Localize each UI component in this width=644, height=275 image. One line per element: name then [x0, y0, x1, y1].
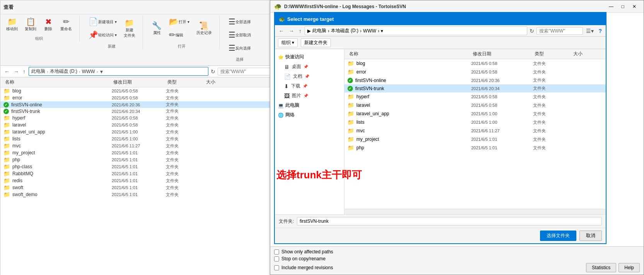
file-name-text: firstSVN-trunk [11, 109, 40, 114]
list-item[interactable]: 📁 hyperf 2021/6/5 0:58 文件夹 [0, 114, 274, 121]
file-name: 📁 mvc [348, 128, 471, 134]
list-item[interactable]: 📁 mvc 2021/6/6 11:27 文件夹 [344, 126, 606, 135]
dialog-search-input[interactable] [537, 27, 583, 35]
list-item[interactable]: 📁 php-class 2021/6/5 1:01 文件夹 [0, 163, 274, 170]
list-item[interactable]: 📁 lists 2021/6/5 1:00 文件夹 [344, 118, 606, 126]
maximize-button[interactable]: □ [617, 3, 628, 10]
pictures-icon: 🖼 [284, 93, 290, 99]
col-name: 名称 [3, 78, 112, 86]
dialog-view-button[interactable]: ☰▾ [584, 27, 595, 35]
file-name-text: error [12, 95, 22, 101]
open-button[interactable]: 📂 打开 ▾ [166, 16, 192, 28]
back-button[interactable]: ← [3, 68, 11, 75]
easy-access-icon: 📌 [89, 31, 98, 39]
move-label: 移动到 [6, 26, 18, 32]
rename-button[interactable]: ✏ 重命名 [58, 16, 75, 34]
sidebar-item-desktop[interactable]: 🖥 桌面 📌 [275, 62, 344, 72]
filename-input[interactable] [297, 217, 602, 225]
list-item[interactable]: 📁 my_project 2021/6/5 1:01 文件夹 [344, 135, 606, 143]
folder-icon: 📁 [3, 191, 10, 198]
folder-icon: 📁 [3, 150, 10, 156]
up-button[interactable]: ↑ [21, 68, 27, 75]
delete-button[interactable]: ✖ 删除 [41, 16, 56, 34]
list-item[interactable]: 📁 swoft_demo 2021/6/5 1:01 文件夹 [0, 191, 274, 198]
folder-icon: 📁 [3, 136, 10, 142]
move-to-button[interactable]: 📁 移动到 [3, 16, 20, 34]
select-all-label: 全部选择 [235, 19, 251, 25]
include-merged-checkbox[interactable] [274, 265, 279, 270]
dialog-help-button[interactable]: ? [597, 27, 603, 35]
list-item[interactable]: 📁 laravel_uni_app 2021/6/5 1:00 文件夹 [344, 109, 606, 118]
list-item[interactable]: 📁 php 2021/6/5 1:01 文件夹 [0, 156, 274, 163]
list-item[interactable]: ✔ firstSVN-online 2021/6/6 20:36 文件夹 [344, 76, 606, 84]
list-item[interactable]: 📁 RabbitMQ 2021/6/5 1:01 文件夹 [0, 170, 274, 177]
show-affected-checkbox[interactable] [274, 249, 279, 255]
dialog-forward-button[interactable]: → [287, 27, 296, 35]
list-item[interactable]: 📁 swoft 2021/6/5 1:01 文件夹 [0, 184, 274, 191]
search-input[interactable] [218, 68, 272, 75]
select-all-button[interactable]: ☰ 全部选择 [226, 16, 254, 28]
list-item[interactable]: 📁 hyperf 2021/6/5 0:58 文件夹 [344, 92, 606, 101]
list-item[interactable]: 📁 redis 2021/6/5 1:01 文件夹 [0, 177, 274, 184]
file-date: 2021/6/5 1:00 [112, 137, 166, 141]
delete-label: 删除 [44, 26, 52, 32]
minimize-button[interactable]: — [606, 3, 617, 10]
deselect-all-button[interactable]: ☰ 全部取消 [226, 29, 254, 41]
dialog-refresh-button[interactable]: ↻ [529, 27, 535, 35]
list-item[interactable]: 📁 error 2021/6/5 0:58 文件夹 [0, 94, 274, 101]
new-item-label: 新建项目 ▾ [98, 19, 117, 25]
desktop-icon: 🖥 [284, 64, 290, 70]
stop-copy-checkbox[interactable] [274, 256, 279, 261]
edit-button[interactable]: ✏ 编辑 [166, 29, 192, 41]
help-button[interactable]: Help [618, 263, 640, 272]
list-item[interactable]: 📁 laravel_uni_app 2021/6/5 1:00 文件夹 [0, 128, 274, 135]
props-button[interactable]: 🔧 属性 [149, 20, 165, 38]
cancel-button[interactable]: 取消 [579, 231, 602, 241]
list-item[interactable]: 📁 blog 2021/6/5 0:58 文件夹 [344, 59, 606, 68]
dialog-address-bar[interactable]: ▶ 此电脑 › 本地磁盘 (D:) › WWW › ▾ [305, 26, 527, 35]
folder-icon: 📁 [3, 164, 10, 170]
close-button[interactable]: ✕ [629, 3, 640, 10]
refresh-button[interactable]: ↻ [210, 68, 216, 75]
new-folder-button[interactable]: 📁 新建文件夹 [121, 17, 138, 40]
list-item[interactable]: 📁 laravel 2021/6/5 0:58 文件夹 [0, 121, 274, 128]
list-item[interactable]: 📁 lists 2021/6/5 1:00 文件夹 [0, 135, 274, 142]
sidebar-item-pictures[interactable]: 🖼 图片 📌 [275, 91, 344, 101]
file-name: 📁 laravel [348, 102, 471, 108]
copy-to-button[interactable]: 📋 复制到 [22, 16, 39, 34]
statistics-button[interactable]: Statistics [586, 263, 616, 272]
easy-access-button[interactable]: 📌 轻松访问 ▾ [86, 29, 119, 41]
dialog-scrollbar[interactable] [344, 209, 606, 214]
sidebar-item-downloads[interactable]: ⬇ 下载 📌 [275, 81, 344, 91]
new-folder-dialog-button[interactable]: 新建文件夹 [301, 38, 331, 47]
forward-button[interactable]: → [12, 68, 20, 75]
list-item[interactable]: 📁 php 2021/6/5 1:01 文件夹 [344, 143, 606, 152]
file-type: 文件夹 [533, 85, 572, 91]
list-item[interactable]: 📁 my_project 2021/6/5 1:01 文件夹 [0, 149, 274, 156]
file-date: 2021/6/5 1:01 [112, 150, 166, 155]
history-button[interactable]: 📜 历史记录 [194, 20, 215, 38]
organize-dropdown-button[interactable]: 组织 ▾ [278, 38, 298, 47]
list-item[interactable]: 📁 laravel 2021/6/5 0:58 文件夹 [344, 101, 606, 109]
list-item[interactable]: 📁 mvc 2021/6/6 11:27 文件夹 [0, 142, 274, 149]
path-dropdown-button[interactable]: ▾ [99, 68, 104, 75]
list-item[interactable]: ✔ firstSVN-online 2021/6/6 20:36 文件夹 [0, 101, 274, 108]
file-name: 📁 blog [348, 60, 471, 67]
address-path[interactable]: 此电脑 › 本地磁盘 (D:) › WWW › ▾ [29, 67, 208, 76]
dialog-up-button[interactable]: ↑ [297, 27, 303, 35]
list-item[interactable]: ✔ firstSVN-trunk 2021/6/6 20:34 文件夹 [0, 108, 274, 114]
pictures-label: 图片 [292, 92, 301, 99]
props-icon: 🔧 [152, 22, 162, 29]
dialog-toolbar: 组织 ▾ 新建文件夹 [275, 37, 606, 49]
list-item[interactable]: ✔ firstSVN-trunk 2021/6/6 20:34 文件夹 [344, 84, 606, 92]
list-item[interactable]: 📁 blog 2021/6/5 0:58 文件夹 [0, 87, 274, 94]
file-name: ✔ firstSVN-online [348, 78, 471, 83]
col-size: 大小 [204, 78, 235, 86]
dialog-back-button[interactable]: ← [277, 27, 286, 35]
sidebar-item-docs[interactable]: 📄 文档 📌 [275, 72, 344, 81]
merge-dialog: 🐢 Select merge target ← → ↑ ▶ 此电脑 › 本地磁盘… [274, 12, 607, 244]
list-item[interactable]: 📁 error 2021/6/5 0:58 文件夹 [344, 68, 606, 76]
new-item-button[interactable]: 📄 新建项目 ▾ [86, 16, 119, 28]
invert-selection-button[interactable]: ☰ 反向选择 [226, 42, 254, 55]
select-folder-button[interactable]: 选择文件夹 [540, 231, 576, 241]
